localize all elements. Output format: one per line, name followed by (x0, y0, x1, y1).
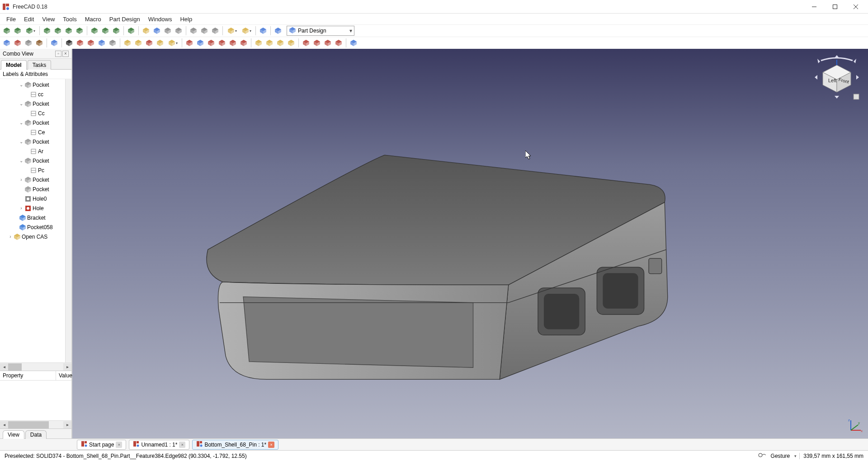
tree-item[interactable]: ⌄Pocket (0, 118, 71, 127)
menu-edit[interactable]: Edit (20, 15, 38, 24)
tb1-tool-21[interactable] (199, 26, 209, 36)
tb2-tool-17[interactable]: ▾ (166, 38, 179, 48)
tb2-tool-28[interactable] (275, 38, 285, 48)
tree-item[interactable]: Hole0 (0, 194, 71, 203)
tb1-tool-13[interactable] (126, 26, 136, 36)
tree-twisty-icon[interactable]: ⌄ (18, 158, 24, 163)
tree-item[interactable]: Ar (0, 146, 71, 156)
tb2-tool-16[interactable] (155, 38, 165, 48)
menu-help[interactable]: Help (176, 15, 196, 24)
tb2-tool-32[interactable] (312, 38, 322, 48)
tree-hscrollbar[interactable]: ◂ ▸ (0, 362, 71, 371)
tree-item[interactable]: Bracket (0, 213, 71, 222)
property-hscrollbar[interactable]: ◂ ▸ (0, 420, 71, 428)
tb1-tool-24[interactable]: ▾ (225, 26, 239, 36)
tb2-tool-3[interactable] (34, 38, 44, 48)
tb1-tool-2[interactable]: ▾ (24, 26, 37, 36)
tree-twisty-icon[interactable]: ⌄ (18, 120, 24, 125)
tb2-tool-20[interactable] (195, 38, 205, 48)
tb2-tool-7[interactable] (64, 38, 74, 48)
tree-item[interactable]: ⌄Pocket (0, 80, 71, 89)
tree-twisty-icon[interactable]: › (18, 177, 24, 182)
menu-view[interactable]: View (38, 15, 58, 24)
tb1-tool-6[interactable] (64, 26, 74, 36)
tree-item[interactable]: Pocket (0, 184, 71, 194)
tree-twisty-icon[interactable]: ⌄ (18, 101, 24, 106)
tb1-tool-18[interactable] (174, 26, 184, 36)
window-close-button[interactable] (845, 0, 866, 14)
tb1-tool-25[interactable]: ▾ (240, 26, 253, 36)
tb1-tool-22[interactable] (210, 26, 220, 36)
doc-tab-close-button[interactable]: × (116, 442, 122, 448)
tree-item[interactable]: ⌄Pocket (0, 99, 71, 108)
tb2-tool-10[interactable] (97, 38, 107, 48)
document-tab[interactable]: Start page× (77, 440, 126, 450)
scroll-right-button[interactable]: ▸ (63, 363, 71, 371)
navstyle-dropdown-icon[interactable]: ▾ (794, 454, 797, 458)
3d-viewport[interactable]: Left Front z x y (72, 49, 868, 438)
tb2-tool-31[interactable] (301, 38, 311, 48)
status-navstyle[interactable]: Gesture (769, 453, 792, 459)
scroll-left-button[interactable]: ◂ (0, 363, 8, 371)
doc-tab-close-button[interactable]: × (179, 442, 185, 448)
tb2-tool-9[interactable] (86, 38, 96, 48)
menu-windows[interactable]: Windows (145, 15, 176, 24)
navigation-cube[interactable]: Left Front (812, 52, 862, 102)
tb1-tool-4[interactable] (42, 26, 52, 36)
tb2-tool-19[interactable] (184, 38, 194, 48)
tb1-tool-27[interactable] (258, 26, 268, 36)
doc-tab-close-button[interactable]: × (268, 442, 274, 448)
tb2-tool-5[interactable] (49, 38, 59, 48)
tb1-tool-10[interactable] (100, 26, 110, 36)
tree-item[interactable]: ›Hole (0, 203, 71, 213)
tb1-tool-0[interactable] (2, 26, 12, 36)
tb2-tool-2[interactable] (24, 38, 33, 48)
workbench-selector[interactable]: Part Design▾ (287, 26, 354, 36)
scroll-left-button[interactable]: ◂ (0, 421, 8, 428)
combo-undock-button[interactable]: ▫ (55, 51, 61, 57)
scroll-right-button[interactable]: ▸ (63, 421, 71, 428)
tb1-tool-29[interactable] (273, 26, 283, 36)
tree-item[interactable]: ›Pocket (0, 175, 71, 184)
tree-item[interactable]: ›Open CAS (0, 232, 71, 241)
tb1-tool-5[interactable] (53, 26, 63, 36)
tb1-tool-20[interactable] (189, 26, 198, 36)
tb2-tool-27[interactable] (264, 38, 274, 48)
tb2-tool-11[interactable] (108, 38, 118, 48)
tb2-tool-8[interactable] (75, 38, 85, 48)
tree-twisty-icon[interactable]: ⌄ (18, 139, 24, 144)
tb1-tool-11[interactable] (111, 26, 121, 36)
property-tab-view[interactable]: View (3, 430, 24, 439)
tree-twisty-icon[interactable]: › (18, 206, 24, 211)
tb2-tool-13[interactable] (123, 38, 132, 48)
menu-macro[interactable]: Macro (81, 15, 105, 24)
tb2-tool-33[interactable] (323, 38, 333, 48)
menu-file[interactable]: File (3, 15, 19, 24)
tb2-tool-1[interactable] (13, 38, 23, 48)
menu-part-design[interactable]: Part Design (106, 15, 144, 24)
document-tab[interactable]: Bottom_Shell_68_Pin : 1*× (192, 440, 278, 450)
tree-item[interactable]: ⌄Pocket (0, 137, 71, 146)
combo-tab-tasks[interactable]: Tasks (28, 60, 52, 70)
tb2-tool-0[interactable] (2, 38, 12, 48)
window-maximize-button[interactable] (825, 0, 845, 14)
tree-item[interactable]: ⌄Pocket (0, 156, 71, 165)
tb2-tool-15[interactable] (144, 38, 154, 48)
tb2-tool-21[interactable] (206, 38, 216, 48)
tb2-tool-22[interactable] (217, 38, 227, 48)
tree-vscrollbar[interactable] (65, 79, 71, 362)
tree-item[interactable]: Ce (0, 127, 71, 137)
tree-twisty-icon[interactable]: ⌄ (18, 82, 24, 87)
tree-item[interactable]: Pocket058 (0, 222, 71, 232)
model-tree[interactable]: ⌄Pocketcc⌄PocketCc⌄PocketCe⌄PocketAr⌄Poc… (0, 79, 71, 362)
tb2-tool-24[interactable] (239, 38, 249, 48)
tb1-tool-7[interactable] (75, 26, 85, 36)
property-tab-data[interactable]: Data (25, 430, 47, 439)
tb2-tool-26[interactable] (254, 38, 264, 48)
document-tab[interactable]: Unnamed1 : 1*× (129, 440, 189, 450)
combo-close-button[interactable]: × (62, 51, 69, 57)
tree-item[interactable]: cc (0, 89, 71, 99)
combo-tab-model[interactable]: Model (1, 60, 27, 70)
tb1-tool-16[interactable] (152, 26, 162, 36)
tree-item[interactable]: Cc (0, 108, 71, 118)
